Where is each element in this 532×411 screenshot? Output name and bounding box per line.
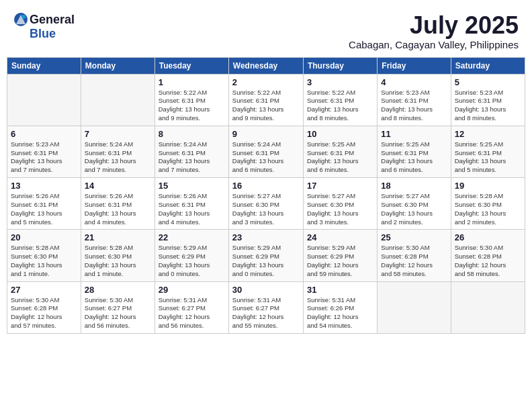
calendar-cell: 17Sunrise: 5:27 AM Sunset: 6:30 PM Dayli…	[303, 178, 377, 230]
day-number: 10	[307, 129, 373, 139]
page-title: July 2025	[349, 12, 519, 39]
calendar-cell: 7Sunrise: 5:24 AM Sunset: 6:31 PM Daylig…	[81, 126, 154, 177]
day-number: 29	[159, 285, 225, 295]
day-number: 31	[307, 285, 373, 295]
day-info: Sunrise: 5:25 AM Sunset: 6:31 PM Dayligh…	[381, 140, 447, 175]
day-number: 12	[455, 129, 521, 139]
calendar-cell: 2Sunrise: 5:22 AM Sunset: 6:31 PM Daylig…	[228, 74, 303, 126]
day-number: 4	[381, 77, 447, 87]
day-number: 14	[85, 181, 151, 191]
day-info: Sunrise: 5:25 AM Sunset: 6:31 PM Dayligh…	[455, 140, 521, 175]
day-info: Sunrise: 5:23 AM Sunset: 6:31 PM Dayligh…	[11, 140, 77, 175]
day-info: Sunrise: 5:22 AM Sunset: 6:31 PM Dayligh…	[232, 89, 300, 123]
calendar-week-row: 13Sunrise: 5:26 AM Sunset: 6:31 PM Dayli…	[7, 178, 525, 230]
calendar-cell: 28Sunrise: 5:30 AM Sunset: 6:27 PM Dayli…	[81, 281, 154, 333]
title-block: July 2025 Cabagan, Cagayan Valley, Phili…	[349, 12, 519, 50]
day-number: 6	[11, 129, 77, 139]
calendar-table: SundayMondayTuesdayWednesdayThursdayFrid…	[7, 57, 525, 334]
day-info: Sunrise: 5:27 AM Sunset: 6:30 PM Dayligh…	[232, 192, 300, 226]
day-info: Sunrise: 5:24 AM Sunset: 6:31 PM Dayligh…	[232, 140, 300, 175]
day-info: Sunrise: 5:29 AM Sunset: 6:29 PM Dayligh…	[307, 244, 373, 278]
day-info: Sunrise: 5:31 AM Sunset: 6:27 PM Dayligh…	[159, 296, 225, 330]
day-info: Sunrise: 5:24 AM Sunset: 6:31 PM Dayligh…	[159, 140, 225, 175]
calendar-cell: 3Sunrise: 5:22 AM Sunset: 6:31 PM Daylig…	[303, 74, 377, 126]
day-info: Sunrise: 5:26 AM Sunset: 6:31 PM Dayligh…	[11, 192, 77, 226]
day-number: 17	[307, 181, 373, 191]
day-number: 26	[455, 232, 521, 242]
calendar-cell	[7, 74, 81, 126]
day-number: 24	[307, 232, 373, 242]
day-info: Sunrise: 5:30 AM Sunset: 6:28 PM Dayligh…	[381, 244, 447, 278]
day-number: 7	[85, 129, 151, 139]
calendar-cell: 16Sunrise: 5:27 AM Sunset: 6:30 PM Dayli…	[228, 178, 303, 230]
calendar-cell: 23Sunrise: 5:29 AM Sunset: 6:29 PM Dayli…	[228, 230, 303, 281]
calendar-cell	[451, 281, 525, 333]
day-info: Sunrise: 5:30 AM Sunset: 6:28 PM Dayligh…	[455, 244, 521, 278]
day-number: 22	[159, 232, 225, 242]
logo-icon	[13, 12, 28, 27]
calendar-cell: 22Sunrise: 5:29 AM Sunset: 6:29 PM Dayli…	[154, 230, 228, 281]
weekday-header: Tuesday	[154, 57, 228, 74]
calendar-cell: 21Sunrise: 5:28 AM Sunset: 6:30 PM Dayli…	[81, 230, 154, 281]
day-info: Sunrise: 5:27 AM Sunset: 6:30 PM Dayligh…	[381, 192, 447, 226]
calendar-cell: 31Sunrise: 5:31 AM Sunset: 6:26 PM Dayli…	[303, 281, 377, 333]
day-number: 30	[232, 285, 300, 295]
day-number: 5	[455, 77, 521, 87]
day-number: 1	[159, 77, 225, 87]
day-number: 16	[232, 181, 300, 191]
day-info: Sunrise: 5:25 AM Sunset: 6:31 PM Dayligh…	[307, 140, 373, 175]
calendar-week-row: 27Sunrise: 5:30 AM Sunset: 6:28 PM Dayli…	[7, 281, 525, 333]
logo: General Blue	[13, 12, 75, 41]
day-number: 21	[85, 232, 151, 242]
calendar-cell: 13Sunrise: 5:26 AM Sunset: 6:31 PM Dayli…	[7, 178, 81, 230]
calendar-header-row: SundayMondayTuesdayWednesdayThursdayFrid…	[7, 57, 525, 74]
day-info: Sunrise: 5:30 AM Sunset: 6:27 PM Dayligh…	[85, 296, 151, 330]
day-info: Sunrise: 5:28 AM Sunset: 6:30 PM Dayligh…	[85, 244, 151, 278]
weekday-header: Friday	[378, 57, 451, 74]
day-number: 15	[159, 181, 225, 191]
calendar-cell: 18Sunrise: 5:27 AM Sunset: 6:30 PM Dayli…	[378, 178, 451, 230]
day-number: 23	[232, 232, 300, 242]
day-info: Sunrise: 5:27 AM Sunset: 6:30 PM Dayligh…	[307, 192, 373, 226]
day-number: 9	[232, 129, 300, 139]
calendar-cell: 29Sunrise: 5:31 AM Sunset: 6:27 PM Dayli…	[154, 281, 228, 333]
svg-point-2	[21, 15, 26, 19]
calendar-cell: 12Sunrise: 5:25 AM Sunset: 6:31 PM Dayli…	[451, 126, 525, 177]
day-info: Sunrise: 5:22 AM Sunset: 6:31 PM Dayligh…	[159, 89, 225, 123]
day-info: Sunrise: 5:28 AM Sunset: 6:30 PM Dayligh…	[11, 244, 77, 278]
page-header: General Blue July 2025 Cabagan, Cagayan …	[7, 7, 525, 53]
day-info: Sunrise: 5:23 AM Sunset: 6:31 PM Dayligh…	[381, 89, 447, 123]
day-info: Sunrise: 5:26 AM Sunset: 6:31 PM Dayligh…	[85, 192, 151, 226]
day-info: Sunrise: 5:31 AM Sunset: 6:26 PM Dayligh…	[307, 296, 373, 330]
day-number: 25	[381, 232, 447, 242]
weekday-header: Monday	[81, 57, 154, 74]
logo-blue-text: Blue	[30, 27, 56, 41]
calendar-cell: 14Sunrise: 5:26 AM Sunset: 6:31 PM Dayli…	[81, 178, 154, 230]
calendar-cell: 6Sunrise: 5:23 AM Sunset: 6:31 PM Daylig…	[7, 126, 81, 177]
day-number: 13	[11, 181, 77, 191]
day-number: 3	[307, 77, 373, 87]
calendar-cell: 26Sunrise: 5:30 AM Sunset: 6:28 PM Dayli…	[451, 230, 525, 281]
day-number: 28	[85, 285, 151, 295]
calendar-cell	[81, 74, 154, 126]
weekday-header: Wednesday	[228, 57, 303, 74]
calendar-cell: 25Sunrise: 5:30 AM Sunset: 6:28 PM Dayli…	[378, 230, 451, 281]
calendar-cell: 20Sunrise: 5:28 AM Sunset: 6:30 PM Dayli…	[7, 230, 81, 281]
day-number: 11	[381, 129, 447, 139]
calendar-cell: 11Sunrise: 5:25 AM Sunset: 6:31 PM Dayli…	[378, 126, 451, 177]
calendar-cell: 15Sunrise: 5:26 AM Sunset: 6:31 PM Dayli…	[154, 178, 228, 230]
calendar-cell	[378, 281, 451, 333]
calendar-cell: 19Sunrise: 5:28 AM Sunset: 6:30 PM Dayli…	[451, 178, 525, 230]
day-number: 20	[11, 232, 77, 242]
calendar-cell: 1Sunrise: 5:22 AM Sunset: 6:31 PM Daylig…	[154, 74, 228, 126]
calendar-cell: 27Sunrise: 5:30 AM Sunset: 6:28 PM Dayli…	[7, 281, 81, 333]
day-info: Sunrise: 5:26 AM Sunset: 6:31 PM Dayligh…	[159, 192, 225, 226]
day-info: Sunrise: 5:28 AM Sunset: 6:30 PM Dayligh…	[455, 192, 521, 226]
weekday-header: Saturday	[451, 57, 525, 74]
day-info: Sunrise: 5:31 AM Sunset: 6:27 PM Dayligh…	[232, 296, 300, 330]
day-info: Sunrise: 5:22 AM Sunset: 6:31 PM Dayligh…	[307, 89, 373, 123]
day-number: 8	[159, 129, 225, 139]
day-info: Sunrise: 5:23 AM Sunset: 6:31 PM Dayligh…	[455, 89, 521, 123]
day-number: 19	[455, 181, 521, 191]
day-info: Sunrise: 5:30 AM Sunset: 6:28 PM Dayligh…	[11, 296, 77, 330]
